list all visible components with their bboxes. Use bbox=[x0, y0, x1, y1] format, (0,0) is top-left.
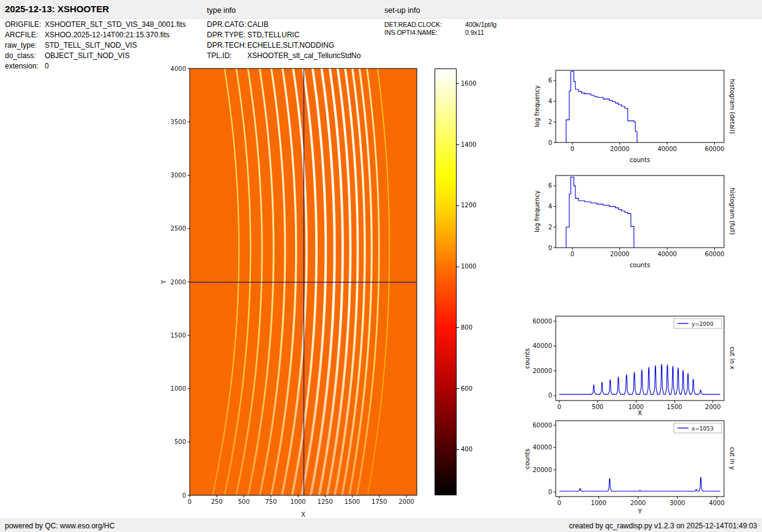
svg-text:4000: 4000 bbox=[709, 500, 724, 506]
footer-bar: powered by QC: www.eso.org/HC created by… bbox=[0, 519, 762, 532]
meta-row-dprtype: DPR.TYPE:STD,TELLURIC bbox=[207, 30, 360, 40]
svg-text:0: 0 bbox=[188, 498, 192, 505]
meta-label: DPR.TECH: bbox=[207, 40, 247, 51]
svg-text:0: 0 bbox=[548, 392, 552, 399]
svg-text:6: 6 bbox=[548, 182, 552, 189]
svg-text:2000: 2000 bbox=[630, 500, 646, 506]
histogram-full-ylabel: log frequency bbox=[534, 175, 542, 248]
raw-image-axes: 0250500750100012501500175020000500100015… bbox=[153, 60, 441, 532]
type-info-heading: type info bbox=[207, 6, 236, 15]
metadata-setup-info: DET.READ.CLOCK:400k/1pt/lg INS.OPTI4.NAM… bbox=[384, 21, 496, 37]
svg-text:60000: 60000 bbox=[705, 146, 725, 152]
svg-text:3000: 3000 bbox=[171, 172, 186, 179]
svg-text:1000: 1000 bbox=[290, 498, 305, 505]
histogram-full-plot: 02000040000600000246 bbox=[520, 168, 734, 261]
meta-value: OBJECT_SLIT_NOD_VIS bbox=[45, 51, 130, 60]
svg-text:0: 0 bbox=[548, 139, 552, 146]
meta-row-readclock: DET.READ.CLOCK:400k/1pt/lg bbox=[384, 21, 496, 29]
histogram-full-xlabel: counts bbox=[556, 262, 724, 268]
svg-text:0: 0 bbox=[548, 245, 552, 251]
meta-label: extension: bbox=[5, 61, 45, 72]
colorbar-tick-mark bbox=[457, 449, 459, 450]
svg-text:4: 4 bbox=[548, 203, 552, 210]
meta-row-opti4name: INS.OPTI4.NAME:0.9x11 bbox=[384, 29, 496, 37]
meta-row-arcfile: ARCFILE:XSHOO.2025-12-14T00:21:15.370.fi… bbox=[5, 30, 186, 40]
colorbar bbox=[435, 68, 457, 495]
colorbar-tick-label: 1400 bbox=[461, 141, 476, 148]
cut-in-x-ylabel: counts bbox=[524, 316, 532, 401]
meta-label: ORIGFILE: bbox=[5, 20, 45, 30]
svg-text:250: 250 bbox=[211, 498, 223, 505]
colorbar-tick-mark bbox=[457, 144, 459, 145]
histogram-detail-plot: 02000040000600000246 bbox=[520, 63, 734, 156]
svg-text:0: 0 bbox=[548, 489, 552, 495]
svg-text:20000: 20000 bbox=[532, 368, 552, 374]
svg-text:20000: 20000 bbox=[532, 467, 552, 473]
meta-label: DPR.CATG: bbox=[207, 20, 247, 30]
meta-row-rawtype: raw_type:STD_TELL_SLIT_NOD_VIS bbox=[5, 40, 186, 51]
colorbar-tick-mark bbox=[457, 205, 459, 206]
meta-label: ARCFILE: bbox=[5, 30, 45, 40]
meta-value: 0 bbox=[45, 62, 49, 70]
svg-text:1250: 1250 bbox=[318, 498, 333, 505]
svg-text:6: 6 bbox=[548, 77, 552, 84]
meta-label: INS.OPTI4.NAME: bbox=[384, 29, 465, 37]
page-title: 2025-12-13: XSHOOTER bbox=[5, 4, 109, 14]
svg-text:40000: 40000 bbox=[657, 251, 677, 257]
svg-text:20000: 20000 bbox=[610, 146, 630, 152]
svg-text:20000: 20000 bbox=[610, 251, 630, 257]
svg-text:4000: 4000 bbox=[171, 65, 186, 72]
svg-text:60000: 60000 bbox=[705, 251, 725, 257]
svg-text:1750: 1750 bbox=[372, 498, 387, 505]
svg-text:3500: 3500 bbox=[171, 119, 186, 125]
meta-value: XSHOOTER_slt_cal_TelluricStdNo bbox=[247, 51, 360, 60]
meta-label: DPR.TYPE: bbox=[207, 30, 247, 40]
colorbar-tick-mark bbox=[457, 327, 459, 328]
histogram-detail-xlabel: counts bbox=[556, 157, 724, 163]
meta-row-origfile: ORIGFILE:XSHOOTER_SLT_STD_VIS_348_0001.f… bbox=[5, 20, 186, 30]
footer-link[interactable]: powered by QC: www.eso.org/HC bbox=[5, 522, 114, 530]
svg-text:2500: 2500 bbox=[171, 225, 186, 232]
colorbar-tick-label: 600 bbox=[461, 385, 473, 392]
svg-text:4: 4 bbox=[548, 98, 552, 105]
meta-value: XSHOO.2025-12-14T00:21:15.370.fits bbox=[45, 31, 170, 39]
svg-text:1000: 1000 bbox=[171, 385, 186, 392]
setup-info-heading: set-up info bbox=[384, 6, 420, 15]
svg-text:40000: 40000 bbox=[532, 342, 552, 349]
svg-text:0: 0 bbox=[570, 251, 574, 257]
colorbar-tick-mark bbox=[457, 267, 459, 267]
meta-value: STD_TELL_SLIT_NOD_VIS bbox=[45, 41, 137, 50]
histogram-detail-side-label: histogram (detail) bbox=[727, 70, 736, 142]
svg-text:0: 0 bbox=[558, 500, 561, 506]
svg-text:2: 2 bbox=[548, 119, 552, 125]
histogram-detail-ylabel: log frequency bbox=[534, 70, 542, 142]
metadata-type-info: DPR.CATG:CALIB DPR.TYPE:STD,TELLURIC DPR… bbox=[207, 20, 360, 61]
svg-text:0: 0 bbox=[570, 146, 574, 152]
svg-text:y=2000: y=2000 bbox=[692, 321, 714, 327]
colorbar-tick-label: 400 bbox=[461, 446, 473, 453]
cut-in-x-side-label: cut in x bbox=[727, 316, 736, 401]
meta-label: do_class: bbox=[5, 51, 45, 61]
svg-text:40000: 40000 bbox=[657, 146, 677, 152]
meta-label: DET.READ.CLOCK: bbox=[384, 21, 465, 29]
meta-value: XSHOOTER_SLT_STD_VIS_348_0001.fits bbox=[45, 20, 186, 29]
footer-credit: created by qc_rawdisp.py v1.2.3 on 2025-… bbox=[569, 522, 757, 530]
cut-in-x-plot: 05001000150020000200004000060000y=2000 bbox=[520, 309, 734, 414]
header-bar: 2025-12-13: XSHOOTER type info set-up in… bbox=[0, 0, 762, 19]
svg-text:2000: 2000 bbox=[171, 279, 186, 286]
cut-in-y-plot: 010002000300040000200004000060000x=1053 bbox=[520, 413, 734, 510]
meta-row-dprcatg: DPR.CATG:CALIB bbox=[207, 20, 360, 30]
cut-in-y-xlabel: Y bbox=[556, 508, 724, 515]
svg-text:500: 500 bbox=[238, 498, 250, 505]
svg-text:40000: 40000 bbox=[532, 444, 552, 451]
meta-label: raw_type: bbox=[5, 40, 45, 51]
svg-text:0: 0 bbox=[182, 492, 186, 499]
raw-image-ylabel: Y bbox=[160, 68, 169, 495]
histogram-full-side-label: histogram (full) bbox=[727, 175, 736, 248]
svg-text:x=1053: x=1053 bbox=[692, 426, 714, 432]
svg-text:3000: 3000 bbox=[670, 500, 685, 506]
svg-text:750: 750 bbox=[265, 498, 277, 505]
svg-text:60000: 60000 bbox=[532, 318, 552, 325]
svg-text:60000: 60000 bbox=[532, 422, 552, 429]
cut-in-y-side-label: cut in y bbox=[727, 421, 736, 497]
